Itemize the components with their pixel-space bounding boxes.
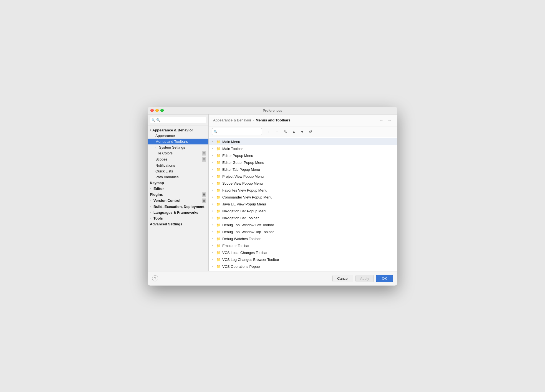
toolbar-search-input[interactable] [212,128,262,135]
nav-back-arrow[interactable]: ← [378,117,385,123]
reset-button[interactable]: ↺ [307,128,314,135]
sidebar-item-label: Keymap [150,181,164,185]
chevron-right-icon: › [212,258,215,261]
close-button[interactable] [150,109,154,112]
sidebar-item-label: Advanced Settings [150,222,182,226]
help-button[interactable]: ? [152,275,158,281]
sidebar-item-advanced-settings[interactable]: Advanced Settings [148,221,208,227]
main-panel: Appearance & Behavior › Menus and Toolba… [209,114,397,271]
sidebar-item-build-execution[interactable]: › Build, Execution, Deployment [148,204,208,210]
tree-item[interactable]: › 📁 Debug Watches Toolbar [209,235,397,242]
tree-item[interactable]: › 📁 Editor Gutter Popup Menu [209,159,397,166]
nav-forward-arrow[interactable]: → [386,117,393,123]
tree-item[interactable]: › 📁 Favorites View Popup Menu [209,187,397,194]
tree-item[interactable]: › 📁 Project View Popup Menu [209,173,397,180]
folder-icon: 📁 [216,188,221,192]
chevron-right-icon: › [212,161,215,164]
breadcrumb-separator: › [253,118,254,122]
sidebar-item-label: File Colors [155,151,173,155]
sidebar-item-appearance[interactable]: Appearance [148,133,208,139]
tree-item[interactable]: › 📁 Navigation Bar Toolbar [209,215,397,222]
tree-item[interactable]: › 📁 VCS Operations Popup [209,263,397,270]
tree-item[interactable]: › 📁 Debug Tool Window Top Toolbar [209,228,397,235]
sidebar-item-file-colors[interactable]: File Colors ⊞ [148,150,208,156]
tree-item-label: Favorites View Popup Menu [222,188,267,192]
sidebar-search-icon: 🔍 [152,118,155,122]
tree-item-label: Main Toolbar [222,147,243,151]
folder-icon: 📁 [216,223,221,227]
tree-item-label: Navigation Bar Popup Menu [222,209,268,213]
sidebar-item-scopes[interactable]: Scopes ⊞ [148,156,208,162]
chevron-right-icon: › [212,230,215,233]
tree-item[interactable]: › 📁 Commander View Popup Menu [209,194,397,201]
apply-button[interactable]: Apply [355,275,374,282]
ok-button[interactable]: OK [376,275,393,282]
traffic-lights [150,109,164,112]
sidebar-item-version-control[interactable]: › Version Control ⊞ [148,198,208,204]
sidebar-item-label: Languages & Frameworks [153,210,198,215]
sidebar-item-languages-frameworks[interactable]: › Languages & Frameworks [148,210,208,215]
tree-item[interactable]: › 📁 Main Menu [209,138,397,145]
minimize-button[interactable] [155,109,159,112]
sidebar-item-system-settings[interactable]: › System Settings [148,144,208,150]
chevron-right-icon: › [212,251,215,254]
folder-icon: 📁 [216,154,221,158]
tree-item[interactable]: › 📁 VCS Local Changes Toolbar [209,249,397,256]
chevron-right-icon: › [150,187,153,190]
sidebar-item-keymap[interactable]: Keymap [148,180,208,186]
sidebar-item-notifications[interactable]: Notifications [148,162,208,168]
tree-item-label: VCS Operations Popup [222,264,260,269]
chevron-right-icon: › [155,146,158,149]
folder-icon: 📁 [216,264,221,269]
chevron-right-icon: › [212,189,215,192]
tree-item[interactable]: › 📁 Java EE View Popup Menu [209,201,397,208]
move-up-button[interactable]: ▲ [290,128,297,135]
cancel-button[interactable]: Cancel [332,275,353,282]
sidebar-items-list: ▾ Appearance & Behavior Appearance Menus… [148,126,208,271]
chevron-right-icon: › [150,199,153,202]
folder-icon: 📁 [216,147,221,151]
sidebar-item-quick-lists[interactable]: Quick Lists [148,168,208,174]
sidebar-item-path-variables[interactable]: Path Variables [148,174,208,180]
chevron-right-icon: › [150,217,153,220]
sidebar-item-tools[interactable]: › Tools [148,215,208,221]
tree-item-label: Project View Popup Menu [222,174,264,179]
tree-item[interactable]: › 📁 Scope View Popup Menu [209,180,397,187]
sidebar-item-plugins[interactable]: Plugins ⊞ [148,192,208,198]
remove-button[interactable]: − [274,128,281,135]
chevron-right-icon: › [212,244,215,247]
breadcrumb-bar: Appearance & Behavior › Menus and Toolba… [209,114,397,126]
badge-icon: ⊞ [202,151,206,156]
chevron-right-icon: › [212,140,215,143]
chevron-right-icon: › [212,210,215,212]
toolbar-search-icon: 🔍 [214,130,218,133]
sidebar-item-label: Editor [153,187,164,191]
tree-item[interactable]: › 📁 Navigation Bar Popup Menu [209,208,397,215]
sidebar-item-label: Appearance [155,134,175,138]
sidebar-item-label: Tools [153,216,163,220]
add-button[interactable]: + [265,128,272,135]
tree-item[interactable]: › 📁 VCS Log Changes Browser Toolbar [209,256,397,263]
folder-icon: 📁 [216,244,221,248]
sidebar-item-label: Path Variables [155,175,179,179]
tree-item[interactable]: › 📁 Emulator Toolbar [209,242,397,249]
sidebar-item-menus-toolbars[interactable]: Menus and Toolbars [148,139,208,144]
sidebar-item-label: System Settings [159,145,185,149]
tree-item-label: Commander View Popup Menu [222,195,272,199]
main-content: 🔍 ▾ Appearance & Behavior Appearance Men… [148,114,397,271]
edit-button[interactable]: ✎ [282,128,289,135]
sidebar-item-appearance-behavior[interactable]: ▾ Appearance & Behavior [148,127,208,133]
tree-item[interactable]: › 📁 Main Toolbar [209,145,397,152]
tree-list: › 📁 Main Menu › 📁 Main Toolbar › 📁 Edito… [209,137,397,271]
folder-icon: 📁 [216,140,221,144]
tree-item[interactable]: › 📁 Editor Popup Menu [209,152,397,159]
tree-item[interactable]: › 📁 Editor Tab Popup Menu [209,166,397,173]
folder-icon: 📁 [216,195,221,199]
maximize-button[interactable] [160,109,164,112]
tree-item[interactable]: › 📁 Debug Tool Window Left Toolbar [209,222,397,228]
move-down-button[interactable]: ▼ [299,128,306,135]
toolbar-search-area: 🔍 [212,128,262,135]
sidebar-item-editor[interactable]: › Editor [148,186,208,192]
sidebar-search-input[interactable] [150,117,206,123]
tree-item-label: Editor Gutter Popup Menu [222,161,264,165]
